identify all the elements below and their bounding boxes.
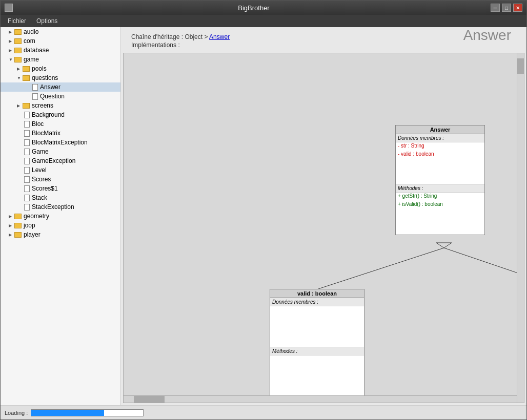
Level-file-icon (24, 167, 30, 174)
screens-folder-icon (23, 103, 30, 109)
sidebar-item-geometry[interactable]: ▶geometry (1, 212, 120, 221)
joop-folder-icon (14, 223, 22, 228)
StackException-file-icon (24, 204, 30, 211)
Scores-file-icon (24, 176, 30, 183)
sidebar-item-Background[interactable]: Background (1, 110, 120, 119)
com-arrow-icon: ▶ (9, 39, 13, 44)
sidebar-item-BlocMatrix[interactable]: BlocMatrix (1, 129, 120, 138)
sidebar-item-player[interactable]: ▶player (1, 230, 120, 239)
BlocMatrixException-file-icon (24, 139, 30, 146)
game-arrow-icon: ▼ (9, 57, 13, 62)
sidebar-item-audio[interactable]: ▶audio (1, 27, 120, 36)
minimize-button[interactable]: ─ (491, 4, 500, 12)
player-folder-icon (14, 232, 22, 238)
title-bar: BigBrother ─ □ ✕ (1, 1, 526, 15)
sidebar-item-Game[interactable]: Game (1, 147, 120, 156)
diagram-scroll[interactable]: Answer Données membres : - str : String … (124, 53, 524, 403)
sidebar-item-Scores[interactable]: Scores (1, 175, 120, 184)
boolean-uml-box[interactable]: valid : boolean Données membres : Méthod… (270, 289, 364, 397)
StackException-label: StackException (32, 203, 74, 211)
ScoresS1-file-icon (24, 185, 30, 192)
audio-label: audio (24, 28, 38, 35)
progress-bar (31, 409, 144, 416)
Answer-file-icon (32, 84, 38, 91)
sidebar-item-BlocMatrixException[interactable]: BlocMatrixException (1, 138, 120, 147)
database-arrow-icon: ▶ (9, 48, 13, 53)
player-arrow-icon: ▶ (9, 233, 13, 237)
GameException-label: GameException (32, 157, 75, 164)
screens-arrow-icon: ▶ (17, 103, 21, 108)
com-label: com (24, 37, 35, 45)
pools-label: pools (32, 65, 47, 72)
menu-options[interactable]: Options (31, 16, 63, 26)
menu-fichier[interactable]: Fichier (3, 16, 31, 26)
loading-label: Loading : (5, 410, 28, 416)
boolean-box-title: valid : boolean (270, 289, 364, 298)
right-panel: Chaîne d'héritage : Object > Answer Answ… (121, 27, 526, 405)
svg-line-1 (444, 248, 524, 289)
chain-object: Object (185, 33, 202, 40)
horizontal-scrollbar[interactable] (124, 395, 517, 403)
sidebar-item-com[interactable]: ▶com (1, 36, 120, 46)
sidebar-item-Bloc[interactable]: Bloc (1, 119, 120, 129)
sidebar-item-screens[interactable]: ▶screens (1, 101, 120, 110)
main-window: BigBrother ─ □ ✕ Fichier Options ▶audio▶… (0, 0, 527, 420)
sidebar-item-ScoresS1[interactable]: Scores$1 (1, 184, 120, 193)
ScoresS1-label: Scores$1 (32, 185, 58, 192)
app-icon (5, 4, 13, 12)
chain-arrow: > (202, 33, 209, 40)
Bloc-label: Bloc (32, 120, 44, 128)
bottom-bar: Loading : (1, 405, 526, 419)
diagram-area[interactable]: Answer Données membres : - str : String … (123, 53, 524, 403)
maximize-button[interactable]: □ (502, 4, 511, 12)
geometry-folder-icon (14, 214, 22, 219)
sidebar-item-pools[interactable]: ▶pools (1, 64, 120, 73)
sidebar-item-Level[interactable]: Level (1, 165, 120, 175)
answer-data-label: Données membres : (396, 134, 484, 142)
BlocMatrixException-label: BlocMatrixException (32, 139, 88, 146)
Question-label: Question (40, 93, 65, 100)
BlocMatrix-label: BlocMatrix (32, 130, 60, 137)
svg-line-0 (318, 248, 444, 289)
window-title: BigBrother (17, 4, 491, 12)
sidebar-item-database[interactable]: ▶database (1, 46, 120, 55)
sidebar-item-GameException[interactable]: GameException (1, 156, 120, 165)
implementations-label: Implémentations : (126, 41, 521, 51)
window-controls: ─ □ ✕ (491, 4, 522, 12)
sidebar-item-questions[interactable]: ▼questions (1, 73, 120, 82)
chain-label: Chaîne d'héritage : (131, 33, 185, 40)
Scores-label: Scores (32, 176, 51, 183)
answer-box-title: Answer (396, 125, 484, 134)
close-button[interactable]: ✕ (513, 4, 522, 12)
answer-field-0: - str : String (396, 142, 484, 151)
sidebar-item-StackException[interactable]: StackException (1, 202, 120, 212)
database-label: database (24, 47, 49, 54)
Stack-file-icon (24, 195, 30, 201)
player-label: player (24, 231, 40, 238)
chain-answer[interactable]: Answer (209, 33, 230, 40)
sidebar-item-Stack[interactable]: Stack (1, 193, 120, 202)
Background-file-icon (24, 112, 30, 118)
answer-uml-box[interactable]: Answer Données membres : - str : String … (395, 125, 485, 235)
answer-methods-label: Méthodes : (396, 184, 484, 193)
sidebar-item-joop[interactable]: ▶joop (1, 221, 120, 230)
com-folder-icon (14, 38, 22, 44)
class-title-large: Answer (463, 27, 511, 44)
vertical-scrollbar[interactable] (517, 53, 524, 403)
menu-bar: Fichier Options (1, 15, 526, 27)
joop-arrow-icon: ▶ (9, 223, 13, 228)
Question-file-icon (32, 93, 38, 100)
sidebar-item-Question[interactable]: Question (1, 92, 120, 101)
sidebar-item-game[interactable]: ▼game (1, 55, 120, 64)
svg-marker-2 (436, 243, 452, 248)
sidebar-item-Answer[interactable]: Answer (1, 82, 120, 92)
pools-folder-icon (23, 66, 30, 72)
joop-label: joop (24, 222, 35, 229)
GameException-file-icon (24, 158, 30, 164)
progress-bar-fill (31, 410, 104, 416)
game-folder-icon (14, 57, 22, 62)
game-label: game (24, 56, 39, 63)
Level-label: Level (32, 166, 47, 174)
Stack-label: Stack (32, 194, 47, 201)
Background-label: Background (32, 111, 65, 118)
